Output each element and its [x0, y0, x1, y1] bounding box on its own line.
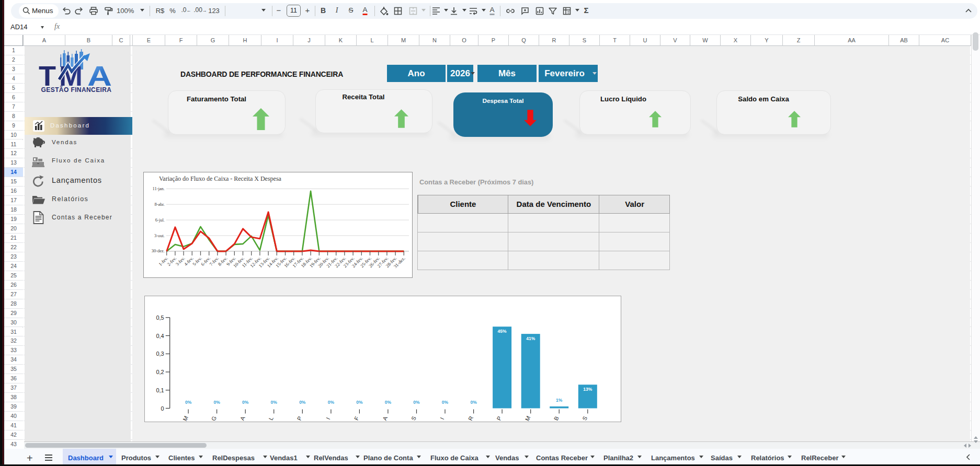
svg-text:B: B: [553, 415, 560, 421]
svg-text:45%: 45%: [498, 329, 507, 334]
svg-text:A: A: [239, 415, 246, 421]
svg-text:0%: 0%: [442, 400, 449, 405]
svg-text:6-jul.: 6-jul.: [155, 217, 165, 223]
svg-text:S: S: [410, 415, 417, 421]
svg-text:4-fev.: 4-fev.: [183, 255, 195, 267]
svg-text:L: L: [267, 415, 274, 421]
svg-text:0,2: 0,2: [156, 369, 164, 375]
svg-text:G: G: [210, 415, 218, 421]
svg-text:5-fev.: 5-fev.: [191, 255, 203, 267]
svg-text:M: M: [524, 415, 532, 421]
svg-text:0: 0: [161, 405, 164, 412]
svg-text:0%: 0%: [242, 400, 249, 405]
svg-text:M: M: [181, 415, 189, 421]
svg-text:0%: 0%: [185, 400, 192, 405]
svg-text:0,4: 0,4: [156, 333, 164, 339]
svg-text:A: A: [381, 415, 389, 421]
svg-text:F: F: [353, 415, 360, 421]
svg-text:41%: 41%: [526, 336, 535, 341]
svg-text:3-out.: 3-out.: [154, 233, 165, 238]
svg-text:0%: 0%: [385, 400, 392, 405]
svg-text:30-dez.: 30-dez.: [152, 248, 165, 253]
svg-text:11-jan.: 11-jan.: [152, 186, 165, 191]
svg-text:P: P: [495, 415, 503, 421]
svg-text:7-fev.: 7-fev.: [209, 255, 220, 267]
svg-text:8-fev.: 8-fev.: [217, 255, 229, 267]
svg-text:0%: 0%: [299, 400, 306, 405]
svg-text:8-abr.: 8-abr.: [154, 202, 165, 207]
svg-text:1-fev.: 1-fev.: [157, 255, 169, 267]
svg-text:I: I: [439, 416, 445, 421]
svg-text:I: I: [325, 416, 331, 421]
svg-text:0%: 0%: [356, 400, 363, 405]
svg-text:0,3: 0,3: [156, 351, 164, 357]
svg-text:0,1: 0,1: [156, 387, 164, 393]
svg-text:P: P: [296, 415, 303, 421]
svg-text:S: S: [581, 415, 588, 421]
svg-text:0,5: 0,5: [156, 314, 164, 321]
svg-text:Variação do Fluxo de Caixa - R: Variação do Fluxo de Caixa - Receita X D…: [159, 175, 282, 182]
svg-text:0%: 0%: [470, 400, 477, 405]
svg-text:13%: 13%: [583, 387, 592, 392]
svg-text:1%: 1%: [556, 398, 563, 403]
svg-text:3-fev.: 3-fev.: [175, 255, 186, 267]
svg-text:R: R: [467, 415, 474, 421]
svg-text:0%: 0%: [328, 400, 335, 405]
svg-text:2-fev.: 2-fev.: [166, 255, 178, 267]
svg-text:0%: 0%: [413, 400, 420, 405]
svg-text:6-fev.: 6-fev.: [200, 255, 211, 267]
svg-text:0%: 0%: [213, 400, 220, 405]
svg-text:0%: 0%: [271, 400, 278, 405]
